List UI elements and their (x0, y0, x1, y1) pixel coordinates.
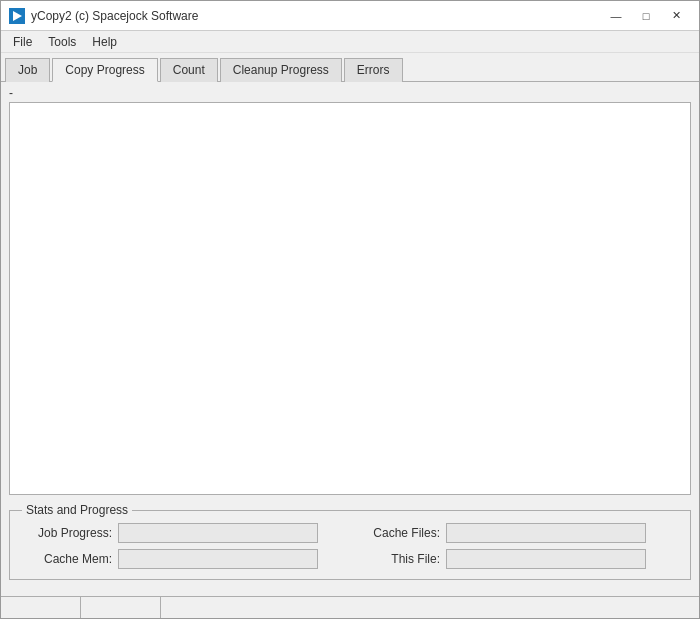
label-this-file: This File: (350, 552, 440, 566)
tab-copy-progress[interactable]: Copy Progress (52, 58, 157, 82)
minimize-button[interactable]: — (601, 6, 631, 26)
input-job-progress[interactable] (118, 523, 318, 543)
title-bar-left: yCopy2 (c) Spacejock Software (9, 8, 198, 24)
tab-job[interactable]: Job (5, 58, 50, 82)
app-icon (9, 8, 25, 24)
label-cache-files: Cache Files: (350, 526, 440, 540)
log-box[interactable] (9, 102, 691, 495)
window-title: yCopy2 (c) Spacejock Software (31, 9, 198, 23)
stats-row-cache-mem: Cache Mem: (22, 549, 350, 569)
content-area: - Stats and Progress Job Progress: Cache… (1, 82, 699, 596)
menu-help[interactable]: Help (84, 33, 125, 51)
close-button[interactable]: ✕ (661, 6, 691, 26)
stats-col-right: Cache Files: This File: (350, 523, 678, 569)
statusbar-panel-2 (81, 597, 161, 618)
stats-cols: Job Progress: Cache Mem: Cache Files: Th… (22, 523, 678, 569)
statusbar (1, 596, 699, 618)
maximize-button[interactable]: □ (631, 6, 661, 26)
menu-bar: File Tools Help (1, 31, 699, 53)
tab-bar: Job Copy Progress Count Cleanup Progress… (1, 53, 699, 82)
tab-errors[interactable]: Errors (344, 58, 403, 82)
menu-tools[interactable]: Tools (40, 33, 84, 51)
main-window: yCopy2 (c) Spacejock Software — □ ✕ File… (0, 0, 700, 619)
title-buttons: — □ ✕ (601, 6, 691, 26)
stats-legend: Stats and Progress (22, 503, 132, 517)
stats-row-cache-files: Cache Files: (350, 523, 678, 543)
input-cache-files[interactable] (446, 523, 646, 543)
stats-fieldset: Stats and Progress Job Progress: Cache M… (9, 503, 691, 580)
label-cache-mem: Cache Mem: (22, 552, 112, 566)
statusbar-panel-1 (1, 597, 81, 618)
stats-row-this-file: This File: (350, 549, 678, 569)
tab-cleanup-progress[interactable]: Cleanup Progress (220, 58, 342, 82)
tab-count[interactable]: Count (160, 58, 218, 82)
menu-file[interactable]: File (5, 33, 40, 51)
stats-col-left: Job Progress: Cache Mem: (22, 523, 350, 569)
log-dash: - (9, 86, 691, 100)
title-bar: yCopy2 (c) Spacejock Software — □ ✕ (1, 1, 699, 31)
input-cache-mem[interactable] (118, 549, 318, 569)
label-job-progress: Job Progress: (22, 526, 112, 540)
input-this-file[interactable] (446, 549, 646, 569)
stats-row-job-progress: Job Progress: (22, 523, 350, 543)
